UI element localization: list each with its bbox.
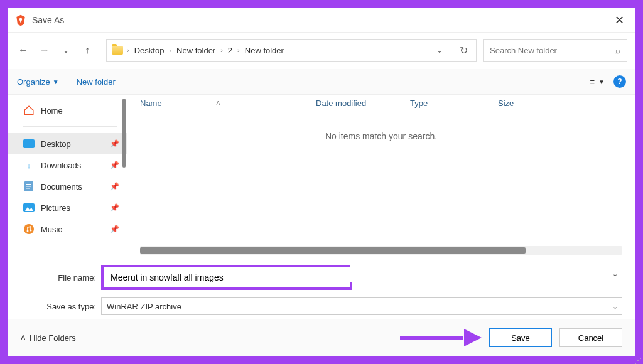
music-icon — [23, 223, 35, 235]
dropdown-icon[interactable]: ⌄ — [612, 270, 618, 278]
titlebar: Save As ✕ — [8, 8, 635, 33]
svg-point-8 — [27, 230, 29, 232]
sidebar-label: Documents — [41, 182, 82, 191]
savetype-label: Save as type: — [21, 302, 96, 311]
sidebar-item-downloads[interactable]: ↓ Downloads 📌 — [8, 154, 127, 176]
chevron-right-icon: › — [220, 46, 223, 54]
filename-label: File name: — [21, 273, 96, 282]
back-button[interactable]: ← — [16, 43, 31, 58]
sidebar-item-pictures[interactable]: Pictures 📌 — [8, 197, 127, 218]
chevron-up-icon: ᐱ — [21, 334, 26, 342]
sidebar-item-documents[interactable]: Documents 📌 — [8, 176, 127, 197]
svg-rect-0 — [23, 139, 35, 148]
view-menu[interactable]: ≡ ▼ — [590, 77, 605, 87]
resize-grip[interactable]: ⋰ — [634, 359, 642, 363]
dropdown-icon[interactable]: ⌄ — [612, 302, 618, 311]
search-input[interactable] — [490, 46, 612, 55]
col-name[interactable]: Nameᐱ — [140, 99, 316, 108]
empty-message: No items match your search. — [127, 112, 635, 160]
documents-icon — [23, 181, 35, 192]
chevron-right-icon: › — [237, 46, 240, 54]
svg-point-7 — [24, 224, 34, 234]
sidebar-item-music[interactable]: Music 📌 — [8, 218, 127, 240]
save-as-dialog: Save As ✕ ← → ⌄ ↑ › Desktop › New folder… — [8, 8, 635, 356]
crumb-3[interactable]: New folder — [244, 45, 285, 56]
home-icon — [23, 105, 35, 116]
dropdown-icon: ▼ — [598, 78, 605, 85]
up-button[interactable]: ↑ — [80, 43, 95, 58]
new-folder-button[interactable]: New folder — [77, 77, 116, 87]
brave-icon — [14, 14, 27, 26]
sidebar-item-desktop[interactable]: Desktop 📌 — [8, 133, 127, 154]
col-type[interactable]: Type — [410, 99, 498, 108]
svg-rect-2 — [26, 184, 31, 185]
annotation-highlight — [101, 265, 352, 290]
pin-icon: 📌 — [110, 182, 119, 191]
recent-dropdown[interactable]: ⌄ — [58, 43, 73, 58]
crumb-2[interactable]: 2 — [227, 45, 234, 56]
organize-menu[interactable]: Organize ▼ — [17, 77, 59, 87]
close-button[interactable]: ✕ — [610, 13, 629, 27]
sidebar-label: Home — [41, 106, 63, 115]
toolbar: Organize ▼ New folder ≡ ▼ ? — [8, 69, 635, 95]
desktop-icon — [23, 138, 35, 149]
search-box[interactable]: ⌕ — [483, 39, 627, 62]
organize-label: Organize — [17, 77, 50, 87]
pin-icon: 📌 — [110, 139, 119, 148]
sidebar-label: Downloads — [41, 161, 81, 170]
downloads-icon: ↓ — [23, 159, 35, 171]
sidebar-label: Music — [41, 225, 62, 234]
address-bar[interactable]: › Desktop › New folder › 2 › New folder … — [106, 39, 477, 62]
hide-folders-label: Hide Folders — [30, 333, 76, 343]
dialog-body: Home Desktop 📌 ↓ Downloads 📌 Documents 📌… — [8, 95, 635, 259]
sidebar-scrollbar[interactable] — [122, 99, 126, 168]
chevron-right-icon: › — [127, 46, 129, 54]
pictures-icon — [23, 202, 35, 213]
filename-combo-extend[interactable]: ⌄ — [350, 265, 622, 282]
filename-input[interactable] — [111, 272, 343, 282]
address-dropdown[interactable]: ⌄ — [432, 43, 447, 58]
savetype-value: WinRAR ZIP archive — [107, 302, 181, 311]
window-title: Save As — [32, 15, 610, 25]
forward-button[interactable]: → — [37, 43, 52, 58]
cancel-button[interactable]: Cancel — [559, 328, 622, 347]
pin-icon: 📌 — [110, 225, 119, 233]
sidebar-label: Pictures — [41, 203, 70, 213]
pin-icon: 📌 — [110, 203, 119, 212]
footer: ᐱ Hide Folders Save Cancel ⋰ — [8, 319, 635, 356]
savetype-row: Save as type: WinRAR ZIP archive ⌄ — [8, 294, 635, 319]
col-date[interactable]: Date modified — [316, 99, 410, 108]
svg-point-9 — [30, 230, 32, 232]
sidebar-separator — [23, 126, 117, 127]
hide-folders-toggle[interactable]: ᐱ Hide Folders — [21, 333, 76, 343]
col-size[interactable]: Size — [498, 99, 536, 108]
search-icon: ⌕ — [615, 46, 620, 55]
crumb-0[interactable]: Desktop — [133, 45, 166, 56]
filename-row: File name: ⌄ — [8, 261, 635, 294]
horizontal-scrollbar[interactable] — [140, 246, 622, 255]
sidebar-item-home[interactable]: Home — [8, 100, 127, 121]
savetype-select[interactable]: WinRAR ZIP archive ⌄ — [101, 297, 622, 315]
refresh-button[interactable]: ↻ — [456, 43, 471, 58]
column-headers: Nameᐱ Date modified Type Size — [127, 95, 635, 112]
nav-row: ← → ⌄ ↑ › Desktop › New folder › 2 › New… — [8, 33, 635, 69]
annotation-arrow — [400, 330, 482, 345]
sort-indicator-icon: ᐱ — [216, 100, 220, 107]
help-button[interactable]: ? — [613, 75, 626, 88]
col-label: Name — [140, 99, 162, 108]
folder-icon — [112, 46, 123, 55]
sidebar-label: Desktop — [41, 139, 71, 149]
svg-rect-3 — [26, 186, 31, 187]
crumb-1[interactable]: New folder — [175, 45, 217, 56]
scroll-thumb[interactable] — [140, 247, 526, 254]
save-button[interactable]: Save — [489, 328, 552, 347]
chevron-right-icon: › — [169, 46, 171, 54]
dropdown-icon: ▼ — [53, 78, 59, 85]
sidebar: Home Desktop 📌 ↓ Downloads 📌 Documents 📌… — [8, 95, 127, 259]
file-list-area: Nameᐱ Date modified Type Size No items m… — [127, 95, 635, 259]
pin-icon: 📌 — [110, 161, 119, 169]
svg-rect-4 — [26, 188, 30, 189]
